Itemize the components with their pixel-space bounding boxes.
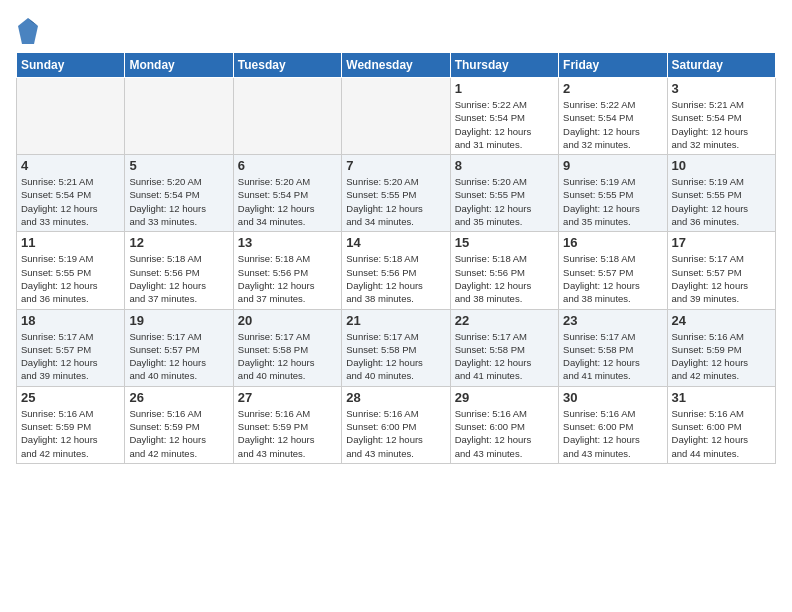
day-number: 13 <box>238 235 337 250</box>
calendar-cell: 9Sunrise: 5:19 AM Sunset: 5:55 PM Daylig… <box>559 155 667 232</box>
day-info: Sunrise: 5:17 AM Sunset: 5:58 PM Dayligh… <box>346 330 445 383</box>
day-info: Sunrise: 5:19 AM Sunset: 5:55 PM Dayligh… <box>21 252 120 305</box>
day-number: 16 <box>563 235 662 250</box>
day-info: Sunrise: 5:16 AM Sunset: 6:00 PM Dayligh… <box>563 407 662 460</box>
day-number: 23 <box>563 313 662 328</box>
day-info: Sunrise: 5:19 AM Sunset: 5:55 PM Dayligh… <box>672 175 771 228</box>
day-number: 31 <box>672 390 771 405</box>
day-number: 24 <box>672 313 771 328</box>
day-info: Sunrise: 5:16 AM Sunset: 5:59 PM Dayligh… <box>21 407 120 460</box>
day-number: 9 <box>563 158 662 173</box>
calendar-cell <box>17 78 125 155</box>
page-container: SundayMondayTuesdayWednesdayThursdayFrid… <box>0 0 792 474</box>
day-number: 2 <box>563 81 662 96</box>
day-number: 19 <box>129 313 228 328</box>
day-info: Sunrise: 5:16 AM Sunset: 5:59 PM Dayligh… <box>238 407 337 460</box>
day-number: 1 <box>455 81 554 96</box>
day-number: 28 <box>346 390 445 405</box>
day-info: Sunrise: 5:20 AM Sunset: 5:54 PM Dayligh… <box>238 175 337 228</box>
calendar-cell: 22Sunrise: 5:17 AM Sunset: 5:58 PM Dayli… <box>450 309 558 386</box>
calendar-cell: 2Sunrise: 5:22 AM Sunset: 5:54 PM Daylig… <box>559 78 667 155</box>
day-number: 22 <box>455 313 554 328</box>
svg-marker-0 <box>18 18 38 44</box>
day-number: 10 <box>672 158 771 173</box>
calendar-week-1: 1Sunrise: 5:22 AM Sunset: 5:54 PM Daylig… <box>17 78 776 155</box>
day-info: Sunrise: 5:19 AM Sunset: 5:55 PM Dayligh… <box>563 175 662 228</box>
column-header-tuesday: Tuesday <box>233 53 341 78</box>
calendar-cell: 5Sunrise: 5:20 AM Sunset: 5:54 PM Daylig… <box>125 155 233 232</box>
calendar-week-5: 25Sunrise: 5:16 AM Sunset: 5:59 PM Dayli… <box>17 386 776 463</box>
calendar-cell: 11Sunrise: 5:19 AM Sunset: 5:55 PM Dayli… <box>17 232 125 309</box>
calendar-cell: 23Sunrise: 5:17 AM Sunset: 5:58 PM Dayli… <box>559 309 667 386</box>
calendar-cell: 26Sunrise: 5:16 AM Sunset: 5:59 PM Dayli… <box>125 386 233 463</box>
day-info: Sunrise: 5:17 AM Sunset: 5:57 PM Dayligh… <box>21 330 120 383</box>
logo <box>16 16 44 46</box>
calendar-week-2: 4Sunrise: 5:21 AM Sunset: 5:54 PM Daylig… <box>17 155 776 232</box>
calendar-cell: 12Sunrise: 5:18 AM Sunset: 5:56 PM Dayli… <box>125 232 233 309</box>
day-number: 18 <box>21 313 120 328</box>
day-info: Sunrise: 5:16 AM Sunset: 5:59 PM Dayligh… <box>129 407 228 460</box>
day-number: 4 <box>21 158 120 173</box>
calendar-cell <box>125 78 233 155</box>
calendar-cell: 6Sunrise: 5:20 AM Sunset: 5:54 PM Daylig… <box>233 155 341 232</box>
day-info: Sunrise: 5:22 AM Sunset: 5:54 PM Dayligh… <box>455 98 554 151</box>
calendar-cell: 15Sunrise: 5:18 AM Sunset: 5:56 PM Dayli… <box>450 232 558 309</box>
calendar-cell: 19Sunrise: 5:17 AM Sunset: 5:57 PM Dayli… <box>125 309 233 386</box>
column-header-friday: Friday <box>559 53 667 78</box>
day-number: 30 <box>563 390 662 405</box>
calendar-cell: 31Sunrise: 5:16 AM Sunset: 6:00 PM Dayli… <box>667 386 775 463</box>
day-info: Sunrise: 5:18 AM Sunset: 5:56 PM Dayligh… <box>129 252 228 305</box>
column-header-thursday: Thursday <box>450 53 558 78</box>
calendar-cell: 29Sunrise: 5:16 AM Sunset: 6:00 PM Dayli… <box>450 386 558 463</box>
day-info: Sunrise: 5:16 AM Sunset: 5:59 PM Dayligh… <box>672 330 771 383</box>
page-header <box>16 16 776 46</box>
day-info: Sunrise: 5:16 AM Sunset: 6:00 PM Dayligh… <box>672 407 771 460</box>
day-number: 3 <box>672 81 771 96</box>
calendar-cell: 25Sunrise: 5:16 AM Sunset: 5:59 PM Dayli… <box>17 386 125 463</box>
calendar-cell: 17Sunrise: 5:17 AM Sunset: 5:57 PM Dayli… <box>667 232 775 309</box>
calendar-cell: 30Sunrise: 5:16 AM Sunset: 6:00 PM Dayli… <box>559 386 667 463</box>
calendar-cell: 18Sunrise: 5:17 AM Sunset: 5:57 PM Dayli… <box>17 309 125 386</box>
day-number: 26 <box>129 390 228 405</box>
day-info: Sunrise: 5:17 AM Sunset: 5:58 PM Dayligh… <box>563 330 662 383</box>
calendar-cell: 16Sunrise: 5:18 AM Sunset: 5:57 PM Dayli… <box>559 232 667 309</box>
day-number: 8 <box>455 158 554 173</box>
day-number: 21 <box>346 313 445 328</box>
calendar-cell: 10Sunrise: 5:19 AM Sunset: 5:55 PM Dayli… <box>667 155 775 232</box>
day-number: 17 <box>672 235 771 250</box>
logo-icon <box>16 16 40 46</box>
day-number: 27 <box>238 390 337 405</box>
day-info: Sunrise: 5:17 AM Sunset: 5:57 PM Dayligh… <box>672 252 771 305</box>
day-info: Sunrise: 5:22 AM Sunset: 5:54 PM Dayligh… <box>563 98 662 151</box>
day-info: Sunrise: 5:17 AM Sunset: 5:57 PM Dayligh… <box>129 330 228 383</box>
day-info: Sunrise: 5:21 AM Sunset: 5:54 PM Dayligh… <box>21 175 120 228</box>
day-info: Sunrise: 5:20 AM Sunset: 5:55 PM Dayligh… <box>455 175 554 228</box>
calendar-week-3: 11Sunrise: 5:19 AM Sunset: 5:55 PM Dayli… <box>17 232 776 309</box>
day-info: Sunrise: 5:16 AM Sunset: 6:00 PM Dayligh… <box>455 407 554 460</box>
calendar-header-row: SundayMondayTuesdayWednesdayThursdayFrid… <box>17 53 776 78</box>
day-info: Sunrise: 5:17 AM Sunset: 5:58 PM Dayligh… <box>455 330 554 383</box>
day-info: Sunrise: 5:18 AM Sunset: 5:56 PM Dayligh… <box>346 252 445 305</box>
day-info: Sunrise: 5:18 AM Sunset: 5:56 PM Dayligh… <box>455 252 554 305</box>
day-info: Sunrise: 5:18 AM Sunset: 5:56 PM Dayligh… <box>238 252 337 305</box>
day-number: 12 <box>129 235 228 250</box>
day-number: 6 <box>238 158 337 173</box>
column-header-saturday: Saturday <box>667 53 775 78</box>
calendar-cell <box>342 78 450 155</box>
day-number: 25 <box>21 390 120 405</box>
day-number: 11 <box>21 235 120 250</box>
day-number: 29 <box>455 390 554 405</box>
calendar-cell: 13Sunrise: 5:18 AM Sunset: 5:56 PM Dayli… <box>233 232 341 309</box>
column-header-wednesday: Wednesday <box>342 53 450 78</box>
calendar-cell: 27Sunrise: 5:16 AM Sunset: 5:59 PM Dayli… <box>233 386 341 463</box>
calendar-cell: 1Sunrise: 5:22 AM Sunset: 5:54 PM Daylig… <box>450 78 558 155</box>
calendar-cell: 24Sunrise: 5:16 AM Sunset: 5:59 PM Dayli… <box>667 309 775 386</box>
calendar-cell: 28Sunrise: 5:16 AM Sunset: 6:00 PM Dayli… <box>342 386 450 463</box>
calendar-cell: 21Sunrise: 5:17 AM Sunset: 5:58 PM Dayli… <box>342 309 450 386</box>
day-info: Sunrise: 5:20 AM Sunset: 5:55 PM Dayligh… <box>346 175 445 228</box>
day-info: Sunrise: 5:20 AM Sunset: 5:54 PM Dayligh… <box>129 175 228 228</box>
calendar-cell <box>233 78 341 155</box>
column-header-monday: Monday <box>125 53 233 78</box>
calendar-cell: 3Sunrise: 5:21 AM Sunset: 5:54 PM Daylig… <box>667 78 775 155</box>
calendar-table: SundayMondayTuesdayWednesdayThursdayFrid… <box>16 52 776 464</box>
